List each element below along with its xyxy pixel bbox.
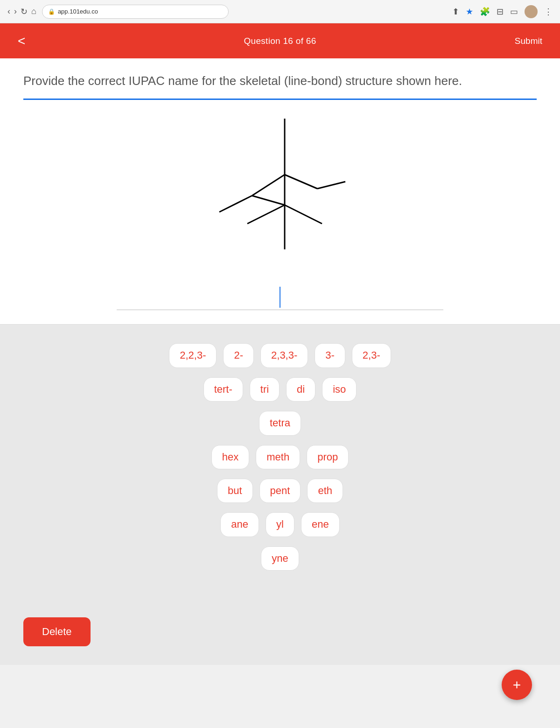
chip-2-3[interactable]: 2,3- bbox=[352, 343, 391, 368]
svg-line-7 bbox=[247, 205, 285, 224]
avatar[interactable] bbox=[525, 5, 538, 18]
word-row-2: tert- tri di iso bbox=[203, 377, 357, 402]
chip-but[interactable]: but bbox=[217, 479, 253, 503]
url-text: app.101edu.co bbox=[58, 8, 98, 15]
word-bank: 2,2,3- 2- 2,3,3- 3- 2,3- tert- tri di is… bbox=[0, 325, 560, 617]
chip-ane[interactable]: ane bbox=[220, 512, 259, 537]
word-row-5: but pent eth bbox=[217, 479, 343, 503]
svg-line-1 bbox=[252, 175, 285, 196]
refresh-icon[interactable]: ↻ bbox=[21, 7, 28, 17]
chip-yl[interactable]: yl bbox=[266, 512, 294, 537]
chip-3[interactable]: 3- bbox=[315, 343, 345, 368]
lock-icon: 🔒 bbox=[48, 8, 55, 15]
window-icon[interactable]: ▭ bbox=[510, 7, 518, 17]
svg-line-8 bbox=[285, 205, 322, 224]
chip-tert[interactable]: tert- bbox=[203, 377, 243, 402]
svg-line-2 bbox=[285, 175, 317, 189]
svg-line-3 bbox=[317, 182, 345, 189]
chip-di[interactable]: di bbox=[286, 377, 315, 402]
browser-controls: ‹ › ↻ ⌂ bbox=[7, 7, 36, 17]
svg-line-9 bbox=[219, 196, 252, 212]
chip-eth[interactable]: eth bbox=[307, 479, 343, 503]
back-icon[interactable]: ‹ bbox=[7, 7, 10, 16]
bookmark-icon[interactable]: ★ bbox=[466, 7, 473, 17]
browser-actions: ⬆ ★ 🧩 ⊟ ▭ ⋮ bbox=[452, 5, 553, 18]
back-button[interactable]: < bbox=[14, 31, 29, 51]
chip-2-2-3[interactable]: 2,2,3- bbox=[169, 343, 217, 368]
question-text: Provide the correct IUPAC name for the s… bbox=[23, 72, 537, 89]
molecule-svg bbox=[191, 114, 369, 263]
chip-hex[interactable]: hex bbox=[211, 445, 249, 469]
chip-meth[interactable]: meth bbox=[256, 445, 300, 469]
chip-2-3-3[interactable]: 2,3,3- bbox=[260, 343, 308, 368]
chip-iso[interactable]: iso bbox=[322, 377, 357, 402]
answer-input-line bbox=[117, 287, 443, 310]
chip-ene[interactable]: ene bbox=[301, 512, 340, 537]
answer-area bbox=[0, 277, 560, 325]
word-row-1: 2,2,3- 2- 2,3,3- 3- 2,3- bbox=[169, 343, 391, 368]
extensions-icon[interactable]: 🧩 bbox=[480, 7, 490, 17]
home-icon[interactable]: ⌂ bbox=[31, 7, 36, 16]
bottom-bar: Delete bbox=[0, 617, 560, 665]
app-header: < Question 16 of 66 Submit bbox=[0, 23, 560, 58]
chip-tri[interactable]: tri bbox=[250, 377, 280, 402]
chip-prop[interactable]: prop bbox=[307, 445, 349, 469]
chip-2[interactable]: 2- bbox=[223, 343, 254, 368]
question-area: Provide the correct IUPAC name for the s… bbox=[0, 58, 560, 100]
browser-chrome: ‹ › ↻ ⌂ 🔒 app.101edu.co ⬆ ★ 🧩 ⊟ ▭ ⋮ bbox=[0, 0, 560, 23]
share-icon[interactable]: ⬆ bbox=[452, 7, 459, 17]
word-row-6: ane yl ene bbox=[220, 512, 339, 537]
svg-line-5 bbox=[252, 196, 285, 205]
molecule-container bbox=[0, 100, 560, 277]
submit-button[interactable]: Submit bbox=[511, 32, 546, 50]
input-underline bbox=[117, 310, 443, 310]
menu-icon[interactable]: ⋮ bbox=[544, 7, 553, 17]
forward-icon[interactable]: › bbox=[14, 7, 17, 16]
word-row-7: yne bbox=[261, 546, 299, 571]
address-bar[interactable]: 🔒 app.101edu.co bbox=[42, 5, 229, 19]
question-counter: Question 16 of 66 bbox=[244, 36, 316, 46]
chip-pent[interactable]: pent bbox=[259, 479, 301, 503]
word-row-4: hex meth prop bbox=[211, 445, 349, 469]
tab-search-icon[interactable]: ⊟ bbox=[497, 7, 504, 17]
chip-yne[interactable]: yne bbox=[261, 546, 299, 571]
word-row-3: tetra bbox=[259, 411, 301, 435]
text-cursor bbox=[280, 287, 280, 308]
fab-button[interactable]: + bbox=[502, 670, 532, 700]
chip-tetra[interactable]: tetra bbox=[259, 411, 301, 435]
delete-button[interactable]: Delete bbox=[23, 617, 91, 646]
